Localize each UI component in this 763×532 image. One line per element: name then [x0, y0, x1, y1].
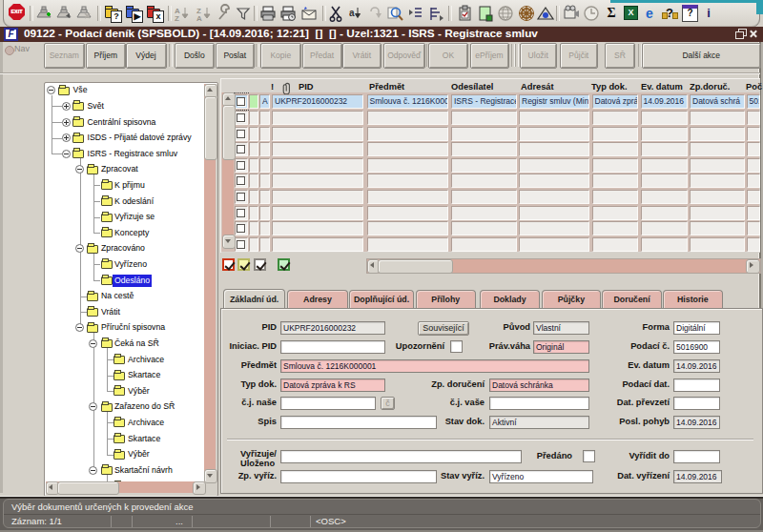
- svg-text:Z: Z: [175, 14, 179, 23]
- svg-text:a: a: [349, 8, 355, 18]
- svg-text:A: A: [196, 14, 202, 23]
